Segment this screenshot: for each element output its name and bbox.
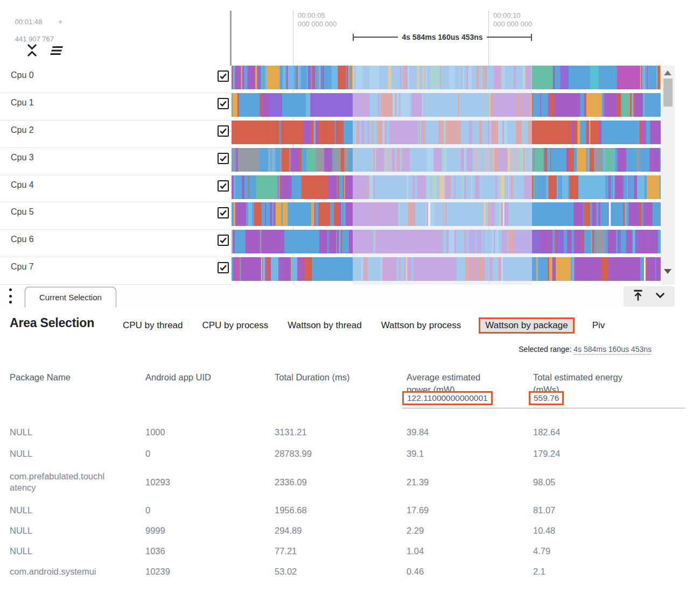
cpu-track-label[interactable]: Cpu 5 — [11, 207, 34, 217]
timeline-ruler: 00:01:48+ 441 907 767 — [0, 0, 700, 66]
cpu-track-label[interactable]: Cpu 6 — [11, 235, 34, 244]
cpu-track-label[interactable]: Cpu 0 — [11, 70, 34, 80]
details-tab-strip: Current Selection — [0, 285, 675, 307]
range-bar-left — [354, 37, 398, 38]
table-cell: 2336.09 — [275, 477, 407, 487]
table-cell: 1000 — [145, 427, 275, 437]
cpu-track-label[interactable]: Cpu 7 — [11, 262, 34, 272]
selected-range-marker[interactable]: 4s 584ms 160us 453ns — [353, 33, 532, 41]
agg-tab-wattson-by-package[interactable]: Wattson by package — [479, 317, 574, 334]
collapse-tracks-icon[interactable] — [25, 43, 39, 58]
cell-package-name: NULL — [10, 525, 107, 536]
table-cell: 28783.99 — [275, 449, 407, 459]
tab-current-selection[interactable]: Current Selection — [25, 287, 116, 307]
cpu-track-label[interactable]: Cpu 2 — [11, 125, 34, 135]
table-cell: 3131.21 — [275, 427, 407, 437]
summary-underline — [402, 408, 685, 408]
timeline-tick-label: 00:00:05000 000 000 — [298, 11, 337, 29]
cpu-track-checkbox[interactable] — [218, 207, 229, 218]
cpu-track-row: Cpu 2 — [0, 121, 700, 148]
cpu-track-checkbox[interactable] — [218, 235, 229, 246]
cpu-track-label[interactable]: Cpu 3 — [11, 153, 34, 162]
agg-tab-wattson-by-process[interactable]: Wattson by process — [381, 320, 461, 331]
cpu-track-row: Cpu 3 — [0, 148, 700, 175]
track-panel-divider — [230, 11, 232, 66]
cell-package-name: NULL — [10, 448, 107, 459]
cpu-track-row: Cpu 6 — [0, 230, 700, 257]
cpu-tracks-area: Cpu 0Cpu 1Cpu 2Cpu 3Cpu 4Cpu 5Cpu 6Cpu 7 — [0, 66, 700, 285]
flatten-tracks-icon[interactable] — [47, 44, 64, 57]
table-cell: 10239 — [145, 567, 275, 577]
cpu-track-checkbox[interactable] — [218, 125, 229, 137]
scroll-up-icon[interactable] — [664, 70, 671, 75]
table-cell: 1956.68 — [275, 505, 407, 515]
cpu-track-row: Cpu 4 — [0, 175, 700, 203]
origin-time: 00:01:48 — [15, 18, 43, 26]
origin-nanoseconds: 441 907 767 — [15, 35, 54, 43]
table-cell: 39.84 — [407, 427, 533, 437]
table-cell: 1036 — [145, 546, 275, 556]
cpu-track-checkbox[interactable] — [218, 98, 229, 109]
summary-avg-power: 122.11000000000001 — [402, 391, 493, 405]
column-header: Total Duration (ms) — [275, 371, 407, 396]
perfetto-trace-viewer: 00:01:48+ 441 907 767 — [0, 0, 700, 594]
agg-tab-cpu-by-process[interactable]: CPU by process — [202, 320, 269, 331]
agg-tab-wattson-by-thread[interactable]: Wattson by thread — [288, 320, 361, 331]
table-cell: 179.24 — [533, 449, 700, 459]
range-end-tick — [531, 34, 532, 41]
origin-plus: + — [58, 18, 62, 26]
table-cell: 1.04 — [407, 546, 533, 556]
selected-range-value[interactable]: 4s 584ms 160us 453ns — [573, 345, 652, 355]
summary-total-energy: 559.76 — [529, 391, 564, 405]
table-cell: 10293 — [145, 477, 275, 487]
table-body: NULL10003131.2139.84182.64NULL028783.993… — [10, 421, 700, 582]
expand-panel-icon[interactable] — [631, 288, 645, 305]
panel-controls — [624, 286, 675, 307]
column-header: Android app UID — [145, 371, 275, 396]
agg-tab-piv[interactable]: Piv — [592, 320, 605, 331]
table-cell: 182.64 — [533, 427, 700, 437]
timeline-gridline — [293, 11, 293, 66]
table-cell: 39.1 — [407, 449, 533, 459]
panel-menu-icon[interactable] — [9, 288, 12, 303]
table-cell: 4.79 — [533, 546, 700, 556]
cpu-track-checkbox[interactable] — [218, 70, 229, 82]
table-cell: 81.07 — [533, 505, 700, 515]
aggregation-tabs: CPU by threadCPU by processWattson by th… — [123, 320, 605, 331]
tab-label: Current Selection — [39, 293, 102, 302]
area-selection-panel: Area Selection CPU by threadCPU by proce… — [0, 307, 700, 594]
vertical-scrollbar[interactable] — [661, 66, 675, 285]
table-cell: 77.21 — [275, 546, 407, 556]
timeline-tick-label: 00:00:10000 000 000 — [493, 11, 532, 29]
table-cell: 294.89 — [275, 526, 407, 536]
cpu-track-row: Cpu 7 — [0, 257, 700, 285]
cpu-track-checkbox[interactable] — [218, 153, 229, 164]
cell-package-name: NULL — [10, 427, 107, 438]
cpu-track-row: Cpu 1 — [0, 93, 700, 121]
table-cell: 2.1 — [533, 567, 700, 577]
range-duration-label: 4s 584ms 160us 453ns — [398, 33, 486, 41]
cpu-track-checkbox[interactable] — [218, 180, 229, 192]
collapse-panel-icon[interactable] — [653, 288, 667, 305]
table-cell: 9999 — [145, 526, 275, 536]
scroll-down-icon[interactable] — [664, 269, 671, 274]
selected-range: Selected range: 4s 584ms 160us 453ns — [519, 345, 652, 353]
cpu-track-checkbox[interactable] — [218, 262, 229, 273]
cell-package-name: NULL — [10, 546, 107, 557]
cpu-track-label[interactable]: Cpu 1 — [11, 98, 34, 108]
cell-package-name: com.prefabulated.touchlatency — [10, 471, 107, 493]
table-header-row: Package NameAndroid app UIDTotal Duratio… — [10, 371, 700, 396]
table-cell: 21.39 — [407, 477, 533, 487]
cpu-track-label[interactable]: Cpu 4 — [11, 180, 34, 190]
table-cell: 0 — [145, 505, 275, 515]
table-cell: 0.46 — [407, 567, 533, 577]
area-selection-overlay[interactable] — [353, 66, 532, 285]
table-cell: 98.05 — [533, 477, 700, 487]
selected-range-label: Selected range: — [519, 345, 571, 353]
agg-tab-cpu-by-thread[interactable]: CPU by thread — [123, 320, 183, 331]
cpu-track-row: Cpu 0 — [0, 66, 700, 93]
table-cell: 0 — [145, 449, 275, 459]
scrollbar-thumb[interactable] — [663, 79, 673, 107]
cell-package-name: NULL — [10, 505, 107, 516]
table-cell: 17.69 — [407, 505, 533, 515]
